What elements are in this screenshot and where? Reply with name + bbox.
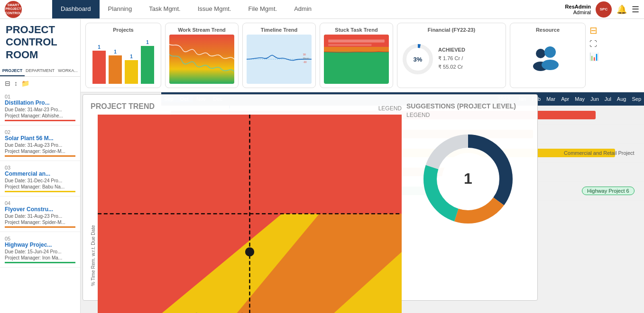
project-list-item[interactable]: 01 Distillation Pro... Due Date: 31-Mar-…	[0, 90, 80, 125]
nav-dashboard[interactable]: Dashboard	[52, 0, 100, 18]
stuck-task-card: Stuck Task Trend	[320, 23, 393, 88]
bar-green	[141, 46, 154, 84]
gantt-apr[interactable]: Apr	[558, 96, 572, 102]
suggestions-panel: SUGGESTIONS (PROJECT LEVEL) LEGEND	[406, 102, 530, 293]
financial-title: Financial (FY22-23)	[401, 27, 502, 33]
stuck-title: Stuck Task Trend	[324, 27, 389, 33]
financial-donut: 3%	[401, 43, 434, 76]
header: SMARTPROJECTCONTROL Dashboard Planning T…	[0, 0, 644, 19]
svg-rect-8	[324, 47, 389, 52]
gantt-jun[interactable]: Jun	[588, 96, 602, 102]
suggestions-donut: 1	[421, 132, 515, 226]
logo-icon: SMARTPROJECTCONTROL	[5, 1, 22, 18]
trend-legend: LEGEND	[378, 105, 402, 112]
folder-icon[interactable]: 📁	[21, 80, 29, 87]
sidebar: PROJECT CONTROL ROOM PROJECT DEPARTMENT …	[0, 19, 81, 313]
bar-red	[92, 51, 106, 84]
svg-rect-9	[328, 39, 385, 42]
financial-details: ACHIEVED ₹ 1.76 Cr / ₹ 55.02 Cr	[438, 47, 465, 71]
project-trend-overlay: PROJECT TREND LEGEND % Time Rem. w.r.t. …	[83, 94, 538, 301]
nav-planning[interactable]: Planning	[100, 0, 141, 18]
suggestions-legend: LEGEND	[406, 112, 530, 118]
main-area: PROJECT CONTROL ROOM PROJECT DEPARTMENT …	[0, 19, 644, 313]
projects-card-title: Projects	[90, 27, 157, 33]
chart-icon[interactable]: 📊	[589, 52, 599, 61]
content: Projects 1 1 1 1	[81, 19, 644, 313]
financial-inner: 3% ACHIEVED ₹ 1.76 Cr / ₹ 55.02 Cr	[401, 35, 502, 84]
svg-text:1: 1	[464, 170, 472, 187]
side-icons: ⊟ ⛶ 📊	[589, 23, 599, 88]
trend-chart-wrapper: % Time Rem. w.r.t. Due Date	[91, 115, 402, 313]
stuck-chart	[324, 35, 389, 84]
timeline-title: Timeline Trend	[247, 27, 312, 33]
chart-area: -50% -40% -30% -20% -10% 0% 10% 20% 30%	[98, 115, 402, 313]
sidebar-toolbar: ⊟ ↕ 📁	[0, 77, 80, 90]
financial-amount1: ₹ 1.76 Cr /	[438, 54, 465, 63]
menu-icon[interactable]: ☰	[632, 4, 639, 15]
workstream-card: Work Stream Trend	[165, 23, 239, 88]
project-list: 01 Distillation Pro... Due Date: 31-Mar-…	[0, 90, 80, 313]
user-avatar: SPC	[596, 1, 612, 18]
expand-icon[interactable]: ⛶	[589, 40, 599, 48]
tab-project[interactable]: PROJECT	[0, 66, 25, 76]
svg-point-26	[245, 247, 254, 256]
chart-svg-area: -50% -40% -30% -20% -10% 0% 10% 20% 30%	[98, 115, 402, 313]
header-right: ResAdmin Admiral SPC 🔔 ☰	[561, 1, 644, 18]
resource-card: Resource	[510, 23, 586, 88]
financial-card: Financial (FY22-23) 3% ACHIEVED ₹ 1.76 C…	[397, 23, 506, 88]
svg-point-13	[536, 49, 545, 58]
gantt-mar[interactable]: Mar	[543, 96, 558, 102]
svg-point-14	[544, 46, 556, 58]
trend-header: PROJECT TREND LEGEND	[91, 102, 402, 115]
sort-icon[interactable]: ↕	[14, 80, 18, 87]
main-content: Sep Oct Nov Dec 2023 Jan Feb Mar Apr May…	[81, 92, 644, 313]
gantt-jul[interactable]: Jul	[602, 96, 614, 102]
bell-icon[interactable]: 🔔	[616, 4, 627, 15]
workstream-chart	[169, 35, 234, 84]
trend-svg: -50% -40% -30% -20% -10% 0% 10% 20% 30%	[98, 115, 402, 313]
trend-panel: PROJECT TREND LEGEND % Time Rem. w.r.t. …	[91, 102, 402, 293]
logo: SMARTPROJECTCONTROL	[0, 1, 52, 18]
gantt-sep2[interactable]: Sep	[629, 96, 644, 102]
projects-bars: 1 1 1 1	[90, 35, 157, 84]
bar-yellow	[125, 60, 138, 84]
bar-group-4: 1	[141, 40, 154, 84]
gantt-may[interactable]: May	[572, 96, 588, 102]
project-list-item[interactable]: 04 Flyover Constru... Due Date: 31-Aug-2…	[0, 197, 80, 232]
resource-icon	[514, 35, 581, 84]
bar-group-2: 1	[109, 49, 122, 84]
svg-text:30: 30	[303, 53, 306, 55]
trend-title: PROJECT TREND	[91, 102, 155, 111]
highway-label: Highway Project 6	[582, 187, 635, 195]
tab-worka[interactable]: WORKA...	[55, 66, 80, 76]
nav-file-mgmt[interactable]: File Mgmt.	[239, 0, 285, 18]
financial-amount2: ₹ 55.02 Cr	[438, 63, 465, 72]
nav-task-mgmt[interactable]: Task Mgmt.	[140, 0, 189, 18]
svg-rect-10	[328, 44, 371, 46]
user-name: ResAdmin	[565, 4, 591, 9]
filter-icon[interactable]: ⊟	[5, 80, 10, 87]
nav-issue-mgmt[interactable]: Issue Mgmt.	[189, 0, 240, 18]
y-axis-label: % Time Rem. w.r.t. Due Date	[91, 115, 96, 313]
user-role: Admiral	[565, 9, 591, 15]
timeline-chart: 30 Mean -30	[247, 35, 312, 84]
gantt-aug[interactable]: Aug	[614, 96, 629, 102]
sidebar-tabs: PROJECT DEPARTMENT WORKA...	[0, 66, 80, 77]
top-filter-icon[interactable]: ⊟	[589, 25, 599, 36]
top-cards: Projects 1 1 1 1	[81, 19, 644, 92]
project-list-item[interactable]: 05 Highway Projec... Due Date: 15-Jun-24…	[0, 232, 80, 268]
financial-achieved-label: ACHIEVED	[438, 47, 465, 53]
svg-point-16	[542, 60, 559, 70]
financial-percent: 3%	[414, 56, 423, 63]
tab-department[interactable]: DEPARTMENT	[25, 66, 55, 76]
svg-text:Mean: Mean	[303, 57, 310, 60]
workstream-title: Work Stream Trend	[169, 27, 234, 33]
nav-admin[interactable]: Admin	[285, 0, 320, 18]
timeline-card: Timeline Trend 30 Mean -30	[242, 23, 316, 88]
project-list-item[interactable]: 02 Solar Plant 56 M... Due Date: 31-Aug-…	[0, 125, 80, 161]
bar-group-3: 1	[125, 54, 138, 84]
projects-card: Projects 1 1 1 1	[85, 23, 161, 88]
project-list-item[interactable]: 03 Commercial an... Due Date: 31-Dec-24 …	[0, 161, 80, 197]
suggestions-title: SUGGESTIONS (PROJECT LEVEL)	[406, 102, 530, 110]
resource-title: Resource	[514, 27, 581, 33]
